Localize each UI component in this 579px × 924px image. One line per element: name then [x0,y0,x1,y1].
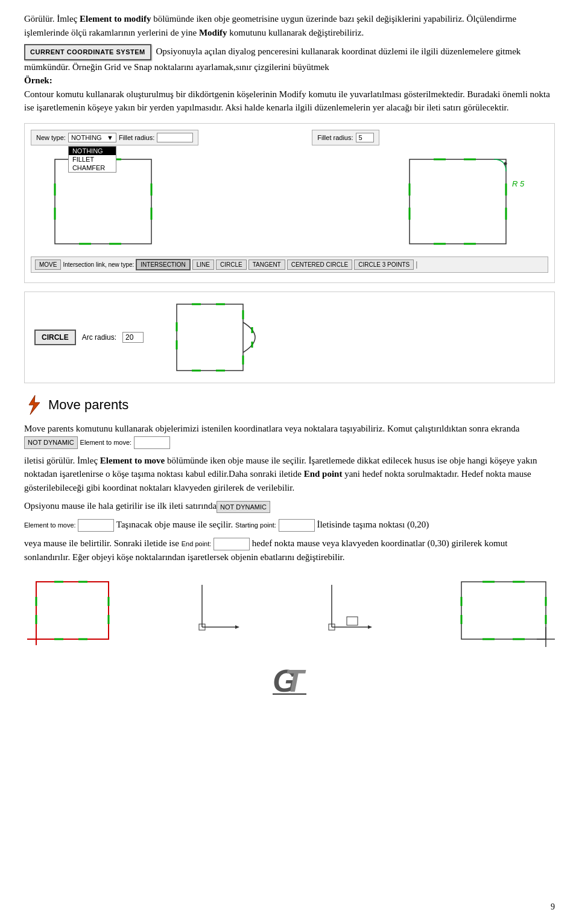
dropdown-list: NOTHING FILLET CHAMFER [68,146,116,173]
circle-btn-toolbar[interactable]: CIRCLE [216,260,247,270]
svg-rect-34 [36,582,109,639]
fillet-radius-input-2[interactable] [356,133,374,142]
new-type-label: New type: [36,134,66,141]
page-number: 9 [551,902,555,912]
line-btn[interactable]: LINE [192,260,214,270]
diagram-area-circle: CIRCLE Arc radius: [24,292,555,383]
toolbar-bottom: MOVE Intersection link, new type: INTERS… [31,256,548,273]
ccs-button[interactable]: CURRENT COORDINATE SYSTEM [24,44,151,60]
dropdown-fillet: FILLET [69,155,116,164]
new-type-dropdown[interactable]: NOTHING ▼ NOTHING FILLET CHAMFER [68,133,116,142]
intersection-label: Intersection link, new type: [63,261,134,268]
svg-marker-51 [368,625,372,629]
element-to-move-label: Element to move: [80,438,132,448]
intersection-btn[interactable]: INTERSECTION [136,259,190,270]
bottom-cad-4 [449,576,555,648]
bottom-cad-1 [24,576,118,648]
mp-paragraph-4: Element to move: Taşınacak obje mause il… [24,518,555,532]
end-point-label: End point: [182,539,212,549]
page-content: Görülür. İmleç Element to modify bölümün… [24,12,555,699]
toolbar-sep: | [416,260,417,269]
gt-logo-svg: G T [271,660,308,699]
arc-radius-label: Arc radius: [82,333,116,342]
mp-paragraph-1: Move parents komutunu kullanarak objeler… [24,422,555,449]
svg-point-21 [504,162,507,165]
diagram-area-top: New type: NOTHING ▼ NOTHING FILLET CHAMF… [24,123,555,283]
bottom-diagrams [24,576,555,648]
element-to-move-input[interactable] [134,436,170,449]
dropdown-chamfer: CHAMFER [69,164,116,172]
paragraph-1: Görülür. İmleç Element to modify bölümün… [24,12,555,39]
starting-point-input[interactable] [279,519,315,532]
not-dynamic-btn[interactable]: NOT DYNAMIC [24,436,78,449]
svg-marker-47 [235,625,239,629]
svg-rect-54 [461,582,546,639]
fillet-radius-label-2: Fillet radius: [317,134,353,141]
fillet-radius-input[interactable] [157,133,193,142]
mp-paragraph-2: iletisi görülür. İmleç Element to move b… [24,454,555,495]
bottom-cad-2 [184,576,244,648]
svg-rect-53 [347,617,358,625]
svg-rect-22 [177,304,243,371]
dropdown-nothing: NOTHING [69,147,116,155]
not-dynamic-btn-2[interactable]: NOT DYNAMIC [217,501,270,514]
svg-rect-11 [410,159,506,244]
new-type-value: NOTHING [71,134,102,141]
move-btn[interactable]: MOVE [35,260,61,270]
cad-drawing-right: R 5 [397,150,542,253]
svg-text:R 5: R 5 [512,179,525,188]
svg-marker-33 [29,395,40,415]
tangent-btn[interactable]: TANGENT [248,260,285,270]
centered-circle-btn[interactable]: CENTERED CIRCLE [287,260,352,270]
element-to-move-input-2[interactable] [78,519,114,532]
move-parents-icon [24,394,43,416]
element-to-move-label-2: Element to move: [24,520,76,531]
move-parents-section: Move parents [24,394,555,416]
fillet-radius-label: Fillet radius: [119,134,154,141]
circle-btn[interactable]: CIRCLE [34,330,76,345]
paragraph-2: CURRENT COORDINATE SYSTEM Opsiyonuyla aç… [24,44,555,115]
starting-point-label: Starting point: [235,520,276,531]
end-point-input[interactable] [214,538,250,550]
cad-circle-drawing [168,298,276,377]
gt-logo: G T [24,660,555,699]
mp-paragraph-3: Opsiyonu mause ile hala getirilir ise il… [24,499,555,513]
arc-radius-input[interactable] [122,332,144,343]
mp-paragraph-5: veya mause ile belirtilir. Sonraki ileti… [24,537,555,564]
circle3-btn[interactable]: CIRCLE 3 POINTS [354,260,414,270]
svg-text:T: T [285,663,306,698]
bottom-cad-3 [311,576,383,648]
move-parents-title: Move parents [48,397,128,413]
